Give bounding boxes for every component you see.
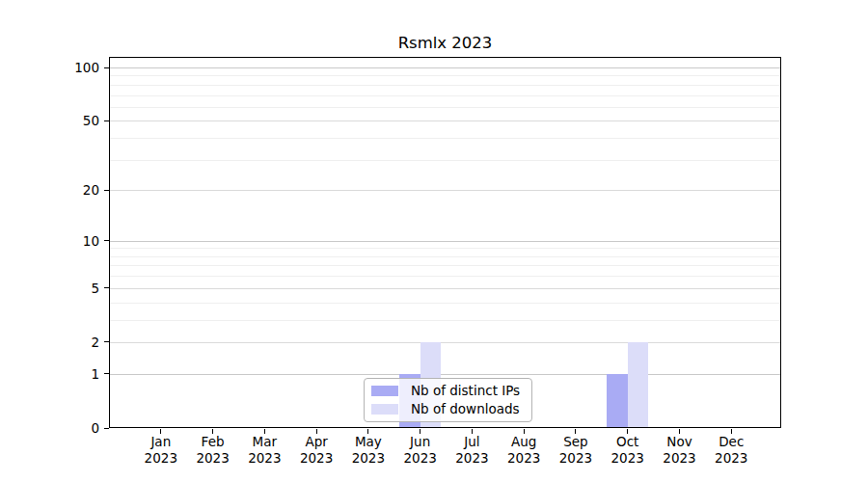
gridline-minor [109, 303, 781, 304]
y-tick [104, 67, 109, 68]
gridline-minor [109, 276, 781, 277]
gridline-minor [109, 248, 781, 249]
gridline-minor [109, 256, 781, 257]
x-tick [627, 429, 628, 434]
gridline-minor [109, 160, 781, 161]
x-tick [679, 429, 680, 434]
y-tick [104, 373, 109, 374]
x-tick-label: Dec2023 [700, 434, 762, 466]
y-tick-label: 2 [41, 334, 99, 351]
legend-label-downloads: Nb of downloads [411, 402, 520, 416]
gridline-major [109, 288, 781, 289]
gridline-major [109, 342, 781, 343]
y-tick [104, 190, 109, 191]
y-tick [104, 120, 109, 121]
gridline-minor [109, 75, 781, 76]
bar-distinct-ips [607, 374, 628, 428]
y-tick-label: 0 [41, 419, 99, 437]
gridline-minor [109, 138, 781, 139]
y-tick-label: 100 [41, 59, 99, 76]
x-tick [524, 429, 525, 434]
y-tick [104, 341, 109, 342]
x-tick [731, 429, 732, 434]
y-tick-label: 1 [41, 365, 99, 383]
x-tick [367, 429, 368, 434]
gridline-minor [109, 320, 781, 321]
legend-item-distinct-ips: Nb of distinct IPs [371, 384, 525, 398]
gridline-minor [109, 85, 781, 86]
gridline-minor [109, 107, 781, 108]
y-tick [104, 287, 109, 288]
legend-swatch-downloads [371, 404, 398, 415]
gridline-major [109, 241, 781, 242]
y-tick [104, 428, 109, 429]
x-tick [420, 429, 420, 434]
x-tick [472, 429, 473, 434]
gridline-major [109, 120, 781, 121]
y-tick-label: 10 [41, 232, 99, 250]
gridline-major [109, 67, 781, 68]
legend-item-downloads: Nb of downloads [371, 402, 525, 416]
gridline-major [109, 374, 781, 375]
x-tick [212, 429, 213, 434]
y-tick [104, 240, 109, 241]
x-tick [160, 429, 161, 434]
y-tick-label: 5 [41, 280, 99, 297]
figure: Rsmlx 2023 Jan2023Feb2023Mar2023Apr2023M… [0, 0, 868, 482]
x-tick [264, 429, 265, 434]
x-tick [575, 429, 576, 434]
y-tick-label: 20 [41, 181, 99, 199]
legend-swatch-distinct-ips [371, 386, 398, 396]
gridline-minor [109, 265, 781, 266]
y-tick-label: 50 [41, 112, 99, 129]
gridline-minor [109, 95, 781, 96]
legend: Nb of distinct IPs Nb of downloads [364, 378, 532, 422]
chart-title: Rsmlx 2023 [109, 34, 781, 52]
bar-downloads [628, 342, 649, 428]
x-tick [316, 429, 317, 434]
gridline-major [109, 190, 781, 191]
legend-label-distinct-ips: Nb of distinct IPs [411, 384, 520, 398]
axes-border [109, 57, 781, 428]
